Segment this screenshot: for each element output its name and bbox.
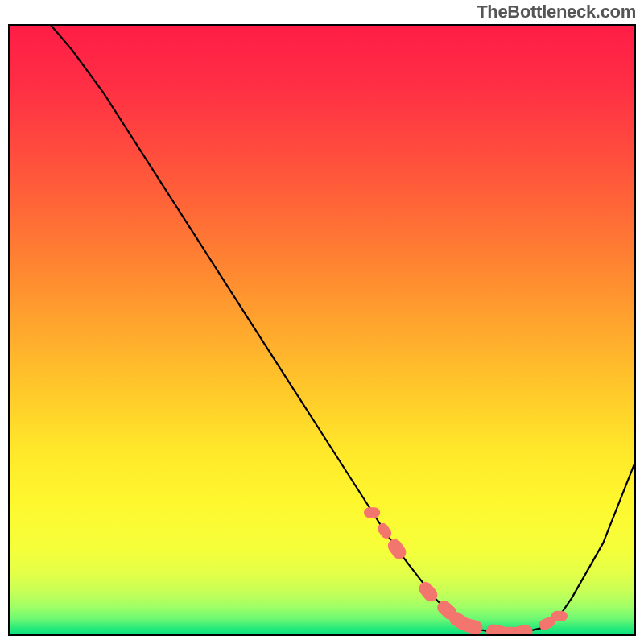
background-gradient: [10, 26, 634, 634]
plot-area: [8, 24, 636, 636]
watermark-text: TheBottleneck.com: [477, 2, 636, 23]
svg-rect-0: [10, 26, 634, 634]
chart-stage: TheBottleneck.com: [0, 0, 644, 644]
